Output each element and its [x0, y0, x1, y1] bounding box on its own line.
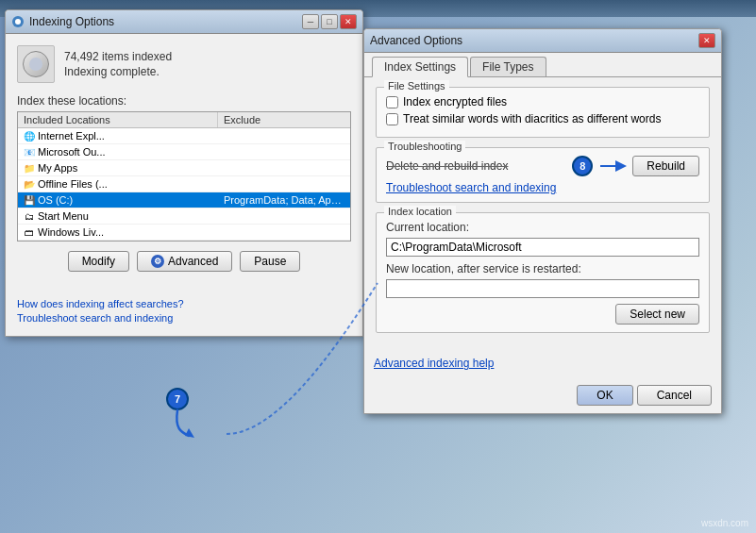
encrypt-checkbox-row: Index encrypted files [386, 95, 699, 108]
indexing-complete-label: Indexing complete. [64, 65, 172, 78]
indexing-titlebar: Indexing Options ─ □ ✕ [6, 10, 362, 34]
location-name: 🗃Windows Liv... [18, 225, 218, 239]
indexing-content: 74,492 items indexed Indexing complete. … [6, 34, 362, 292]
index-locations-label: Index these locations: [17, 94, 351, 108]
select-new-button[interactable]: Select new [615, 304, 699, 325]
indexing-window: Indexing Options ─ □ ✕ 74,492 items inde… [5, 9, 363, 337]
rebuild-action-area: 8 Rebuild [572, 156, 699, 176]
troubleshoot-search-link[interactable]: Troubleshoot search and indexing [386, 181, 699, 194]
location-exclude: ProgramData; Data; AppData; AppData; ... [218, 193, 350, 207]
locations-header: Included Locations Exclude [18, 112, 350, 128]
advanced-titlebar: Advanced Options ✕ [364, 29, 721, 53]
exclude-header: Exclude [218, 112, 350, 127]
location-icon: 💾 [24, 194, 35, 206]
indexing-icon-inner [23, 51, 49, 77]
index-location-label: Index location [384, 206, 456, 217]
location-name: 💾OS (C:) [18, 193, 218, 207]
affect-searches-link[interactable]: How does indexing affect searches? [17, 298, 351, 309]
table-row[interactable]: 📧Microsoft Ou... [18, 144, 350, 160]
location-name: 🌐Internet Expl... [18, 129, 218, 142]
indexing-minimize-button[interactable]: ─ [302, 14, 319, 29]
location-icon: 📧 [24, 146, 35, 158]
locations-table: Included Locations Exclude 🌐Internet Exp… [17, 111, 351, 242]
location-icon: 📂 [24, 178, 35, 190]
location-exclude [218, 167, 350, 169]
new-location-input[interactable] [386, 279, 699, 298]
advanced-button-label: Advanced [168, 255, 218, 268]
modify-button[interactable]: Modify [68, 251, 129, 272]
advanced-cancel-button[interactable]: Cancel [637, 385, 712, 406]
encrypt-checkbox[interactable] [386, 96, 398, 108]
location-icon: 🌐 [24, 130, 35, 142]
troubleshoot-link-bottom[interactable]: Troubleshoot search and indexing [17, 312, 351, 324]
indexing-text-block: 74,492 items indexed Indexing complete. [64, 50, 172, 78]
rebuild-arrow [598, 158, 627, 174]
location-exclude [218, 135, 350, 137]
advanced-close-button[interactable]: ✕ [698, 33, 715, 48]
troubleshooting-group: Troubleshooting Delete and rebuild index… [376, 147, 710, 203]
location-icon: 🗂 [24, 210, 35, 222]
step8-badge: 8 [572, 156, 593, 176]
indexing-maximize-button[interactable]: □ [321, 14, 338, 29]
table-row[interactable]: 📂Offline Files (... [18, 176, 350, 192]
file-settings-label: File Settings [384, 80, 449, 92]
diacritics-checkbox[interactable] [386, 113, 398, 125]
indexing-window-title: Indexing Options [29, 15, 114, 28]
locations-list: 🌐Internet Expl... 📧Microsoft Ou... 📁My A… [18, 128, 350, 241]
indexing-titlebar-buttons: ─ □ ✕ [302, 14, 357, 29]
new-location-label: New location, after service is restarted… [386, 262, 699, 275]
table-row[interactable]: 🌐Internet Expl... [18, 128, 350, 144]
rebuild-button[interactable]: Rebuild [632, 156, 699, 176]
tab-index-settings[interactable]: Index Settings [372, 57, 468, 77]
index-location-group: Index location Current location: New loc… [376, 212, 710, 333]
table-row[interactable]: 📁My Apps [18, 160, 350, 176]
advanced-ok-button[interactable]: OK [577, 385, 632, 406]
location-exclude [218, 231, 350, 233]
advanced-titlebar-buttons: ✕ [698, 33, 715, 48]
location-name: 📧Microsoft Ou... [18, 145, 218, 158]
advanced-ok-cancel-area: OK Cancel [364, 385, 721, 413]
location-icon: 📁 [24, 162, 35, 174]
location-name: 📁My Apps [18, 161, 218, 175]
indexing-close-button[interactable]: ✕ [340, 14, 357, 29]
location-icon: 🗃 [24, 226, 35, 238]
location-exclude [218, 151, 350, 153]
indexing-footer: How does indexing affect searches? Troub… [6, 292, 362, 336]
advanced-indexing-help-link[interactable]: Advanced indexing help [374, 357, 494, 370]
rebuild-description: Delete and rebuild index [386, 159, 508, 173]
advanced-body: File Settings Index encrypted files Trea… [364, 77, 721, 352]
location-exclude [218, 215, 350, 217]
location-name: 🗂Start Menu [18, 209, 218, 223]
svg-point-1 [15, 19, 21, 25]
indexing-action-buttons: Modify ⚙ Advanced Pause [17, 251, 351, 272]
encrypt-label: Index encrypted files [403, 95, 507, 108]
advanced-tabs: Index Settings File Types [364, 53, 721, 77]
table-row[interactable]: 🗃Windows Liv... [18, 225, 350, 241]
advanced-btn-icon: ⚙ [151, 255, 164, 268]
troubleshooting-label: Troubleshooting [384, 141, 465, 152]
pause-button[interactable]: Pause [240, 251, 300, 272]
tab-file-types[interactable]: File Types [470, 57, 546, 76]
advanced-window-title: Advanced Options [370, 34, 462, 47]
advanced-footer: Advanced indexing help [364, 352, 721, 377]
indexing-status-area: 74,492 items indexed Indexing complete. [17, 45, 351, 83]
diacritics-checkbox-row: Treat similar words with diacritics as d… [386, 112, 699, 125]
table-row[interactable]: 🗂Start Menu [18, 208, 350, 225]
table-row[interactable]: 💾OS (C:) ProgramData; Data; AppData; App… [18, 192, 350, 208]
included-locations-header: Included Locations [18, 112, 218, 127]
pause-button-label: Pause [254, 255, 286, 268]
rebuild-row: Delete and rebuild index 8 Rebuild [386, 156, 699, 176]
file-settings-group: File Settings Index encrypted files Trea… [376, 87, 710, 138]
location-exclude [218, 183, 350, 185]
advanced-button[interactable]: ⚙ Advanced [137, 251, 232, 272]
indexing-status-icon [17, 45, 55, 83]
items-indexed-label: 74,492 items indexed [64, 50, 172, 63]
diacritics-label: Treat similar words with diacritics as d… [403, 112, 661, 125]
current-location-input [386, 238, 699, 257]
advanced-options-window: Advanced Options ✕ Index Settings File T… [363, 28, 722, 414]
indexing-window-icon [11, 15, 25, 28]
current-location-label: Current location: [386, 221, 699, 234]
location-name: 📂Offline Files (... [18, 177, 218, 191]
